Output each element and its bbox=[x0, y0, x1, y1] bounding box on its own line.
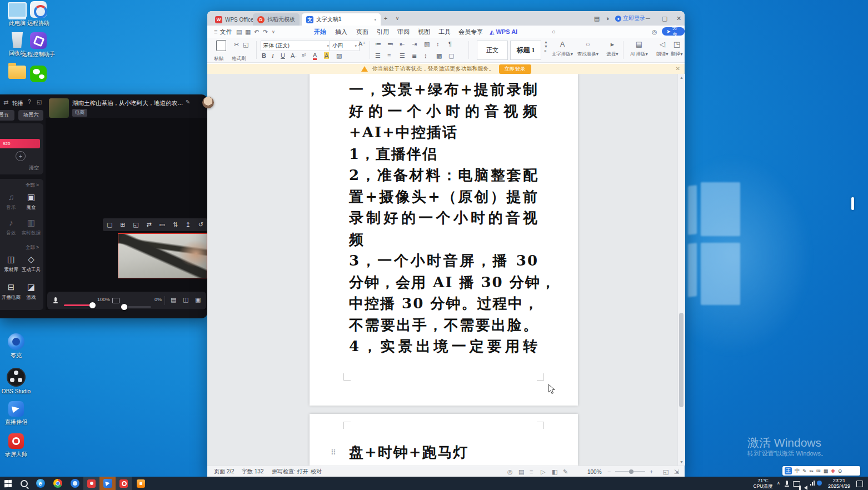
zoom-in-button[interactable]: + bbox=[650, 466, 653, 477]
ime-pen-icon[interactable]: ✎ bbox=[802, 468, 807, 474]
system-volume-slider[interactable] bbox=[121, 306, 151, 308]
all-tools-link-2[interactable]: 全部 > bbox=[26, 244, 39, 251]
interaction-tools-icon[interactable]: ◇ bbox=[21, 254, 41, 264]
align-left-icon[interactable]: ☰ bbox=[375, 52, 381, 59]
games-icon[interactable]: ◪ bbox=[21, 282, 41, 292]
taskbar-search[interactable] bbox=[16, 477, 32, 490]
outdent-icon[interactable]: ⇤ bbox=[400, 41, 405, 48]
tray-bluetooth-icon[interactable] bbox=[817, 481, 822, 486]
style-scroll-arrows[interactable]: ▲▼≡ bbox=[544, 40, 548, 53]
paragraph-drag-handle[interactable]: ⠿ bbox=[331, 448, 336, 457]
strikethrough-button[interactable]: A̶ bbox=[291, 52, 295, 59]
video-source-main[interactable] bbox=[118, 118, 206, 220]
fit-screen-icon[interactable]: ⊞ bbox=[120, 221, 125, 228]
sound-effect-icon[interactable]: ♪ bbox=[1, 218, 21, 227]
document-page-1[interactable]: 一，实景+绿布+提前录制 好的一个小时的音视频 +AI+中控插话 1，直播伴侣 … bbox=[310, 74, 578, 406]
undo-icon[interactable]: ↶ bbox=[254, 26, 259, 38]
proofread-button[interactable]: 校对 bbox=[311, 466, 322, 477]
tab-list-button[interactable]: ∨ bbox=[392, 11, 403, 26]
underline-button[interactable]: U bbox=[281, 52, 285, 59]
more-icon[interactable]: ◎ bbox=[652, 26, 657, 38]
increase-font-icon[interactable]: A⁺ bbox=[358, 41, 366, 48]
fit-page-button[interactable]: ◱ bbox=[663, 466, 669, 477]
superscript-button[interactable]: x² bbox=[302, 52, 306, 58]
zoom-slider-knob[interactable] bbox=[629, 469, 633, 474]
desktop-icon-quark[interactable]: 夸克 bbox=[0, 333, 34, 359]
rotate-icon[interactable]: ◱ bbox=[133, 221, 138, 228]
word-count[interactable]: 字数 132 bbox=[242, 466, 263, 477]
tab-docer-templates[interactable]: D 找稻壳模板 bbox=[253, 13, 300, 26]
format-painter-label[interactable]: 格式刷 bbox=[232, 56, 246, 62]
ime-keyboard-icon[interactable]: ▦ bbox=[824, 468, 829, 474]
edit-mode-icon[interactable]: ✎ bbox=[563, 466, 568, 477]
shuffle-icon[interactable]: ⇄ bbox=[3, 99, 8, 106]
menu-file[interactable]: ≡ 文件 bbox=[214, 26, 232, 38]
highlight-view-icon[interactable]: ◎ bbox=[507, 466, 513, 477]
settings-toggle-icon[interactable]: ▣ bbox=[195, 296, 201, 303]
scene-item-selected[interactable]: 920 bbox=[0, 139, 40, 148]
close-button[interactable]: ✕ bbox=[673, 11, 685, 26]
scroll-down-arrow[interactable]: ▼ bbox=[680, 460, 684, 464]
copy-icon[interactable]: ◱ bbox=[37, 99, 42, 105]
find-replace-tool[interactable]: ○ 查找替换▾ bbox=[575, 40, 601, 58]
camera-toggle-icon[interactable]: ▤ bbox=[171, 296, 176, 303]
bullet-list-icon[interactable]: ≔ bbox=[375, 41, 381, 48]
line-spacing-icon[interactable]: ↨ bbox=[424, 52, 427, 59]
document-area[interactable]: 一，实景+绿布+提前录制 好的一个小时的音视频 +AI+中控插话 1，直播伴侣 … bbox=[207, 74, 677, 466]
taskbar-red-app[interactable] bbox=[83, 477, 99, 490]
tray-expand-chevron[interactable]: ∧ bbox=[777, 481, 780, 486]
ime-lang-icon[interactable]: 中 bbox=[795, 467, 800, 474]
menu-page[interactable]: 页面 bbox=[356, 26, 368, 38]
clear-button[interactable]: 清空 bbox=[29, 164, 39, 172]
ime-mail-icon[interactable]: ✉ bbox=[816, 468, 821, 474]
music-icon[interactable]: ♫ bbox=[1, 192, 21, 202]
ai-layout-tool[interactable]: ▤ AI 排版▾ bbox=[626, 40, 652, 58]
document-page-2[interactable]: ⠿ 盘+时钟+跑马灯 bbox=[310, 414, 578, 466]
display-capture-icon[interactable]: ◫ bbox=[183, 296, 188, 303]
all-tools-link[interactable]: 全部 > bbox=[26, 182, 39, 189]
menu-view[interactable]: 视图 bbox=[418, 26, 430, 38]
align-right-icon[interactable]: ☰ bbox=[400, 52, 405, 59]
tray-network-icon[interactable] bbox=[810, 481, 815, 486]
tray-volume-icon[interactable] bbox=[804, 486, 807, 490]
desktop-icon-remote-app[interactable]: 远程协助 bbox=[20, 1, 57, 27]
shading-icon[interactable]: ▩ bbox=[436, 52, 442, 59]
avatar[interactable] bbox=[202, 97, 214, 108]
align-center-icon[interactable]: ≡ bbox=[387, 52, 391, 59]
menu-member[interactable]: 会员专享 bbox=[458, 26, 483, 38]
taskbar-live-companion-active[interactable] bbox=[99, 477, 116, 490]
tab-scene-6[interactable]: 场景六 bbox=[18, 110, 43, 121]
system-sound-icon[interactable] bbox=[112, 298, 119, 303]
ecommerce-icon[interactable]: ⊟ bbox=[1, 282, 21, 292]
font-size-select[interactable]: 小四▾ bbox=[330, 41, 360, 51]
scroll-up-arrow[interactable]: ▲ bbox=[680, 76, 684, 79]
font-color-button[interactable]: A bbox=[313, 52, 317, 60]
justify-icon[interactable]: ≣ bbox=[412, 52, 417, 59]
clock-widget[interactable]: 23:21 2025/4/29 bbox=[826, 478, 852, 489]
tab-scene-5[interactable]: 场景五 bbox=[0, 110, 14, 121]
fullscreen-icon[interactable]: ▢ bbox=[107, 221, 112, 228]
menu-wps-ai[interactable]: ◭ WPS AI bbox=[490, 26, 517, 38]
bold-button[interactable]: B bbox=[262, 52, 266, 59]
style-normal[interactable]: 正文 bbox=[477, 41, 508, 60]
scrollbar-thumb[interactable] bbox=[679, 313, 684, 407]
cut-icon[interactable]: ✂ bbox=[234, 41, 239, 48]
redo-icon[interactable]: ↷ bbox=[263, 26, 268, 38]
crop-icon[interactable]: ▭ bbox=[159, 221, 164, 228]
zoom-value[interactable]: 100% bbox=[587, 466, 602, 477]
minimize-button[interactable]: ─ bbox=[640, 11, 656, 26]
desktop-icon-obs[interactable]: OBS Studio bbox=[0, 368, 34, 394]
border-icon[interactable]: ▢ bbox=[448, 52, 454, 59]
style-heading1[interactable]: 标题 1 bbox=[510, 41, 541, 60]
sort-icon[interactable]: ↕ bbox=[436, 41, 440, 47]
mic-volume-slider[interactable] bbox=[64, 304, 93, 306]
media-library-icon[interactable]: ◫ bbox=[1, 254, 21, 264]
help-icon[interactable]: ? bbox=[28, 99, 31, 105]
tab-wps-home[interactable]: W WPS Office bbox=[211, 13, 258, 26]
realtime-data-icon[interactable]: ▥ bbox=[21, 218, 41, 228]
show-marks-icon[interactable]: ¶ bbox=[448, 41, 452, 47]
notification-center-icon[interactable] bbox=[856, 481, 863, 487]
web-view-icon[interactable]: ◧ bbox=[552, 466, 557, 477]
export-icon[interactable]: ↥ bbox=[186, 221, 191, 228]
reset-icon[interactable]: ↺ bbox=[198, 221, 203, 228]
